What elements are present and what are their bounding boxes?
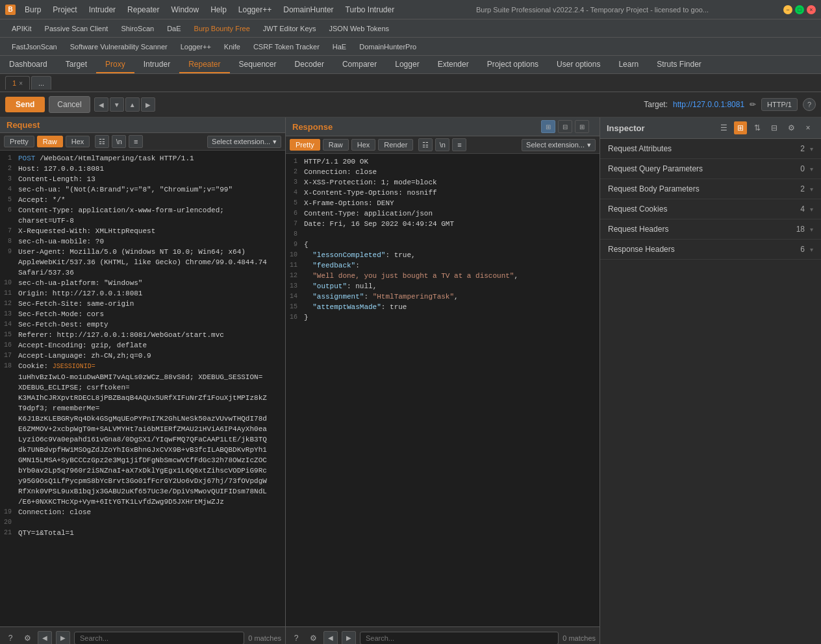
resp-view-split[interactable]: ⊞ [541,120,555,133]
insp-list-icon[interactable]: ☰ [717,121,730,134]
insp-count-cookies: 4 [800,204,805,214]
insp-row-cookies[interactable]: Request Cookies 4 ▾ [600,199,821,219]
nav-proxy[interactable]: Proxy [96,56,134,73]
http-version-badge[interactable]: HTTP/1 [761,98,798,111]
resp-wrap-icon[interactable]: \n [435,138,449,151]
resp-pretty-btn[interactable]: Pretty [290,139,320,151]
nav-project-options[interactable]: Project options [478,56,548,73]
menu-help[interactable]: Help [205,4,232,16]
window-title: Burp Suite Professional v2022.2.4 - Temp… [401,6,783,14]
request-toolbar: Pretty Raw Hex ☷ \n ≡ Select extension..… [0,133,285,151]
close-button[interactable]: × [807,5,816,14]
minimize-button[interactable]: − [783,5,792,14]
nav-logger[interactable]: Logger [386,56,428,73]
insp-row-req-headers[interactable]: Request Headers 18 ▾ [600,219,821,240]
edit-icon[interactable]: ✏ [750,100,756,109]
nav-user-options[interactable]: User options [548,56,609,73]
nav-decoder[interactable]: Decoder [286,56,333,73]
menu-repeater[interactable]: Repeater [122,4,164,16]
ext-loggerpp[interactable]: Logger++ [174,41,218,53]
resp-help-icon[interactable]: ? [290,632,303,645]
resp-settings-icon[interactable]: ⚙ [307,632,320,645]
req-menu-icon[interactable]: ≡ [129,135,143,148]
nav-intruder[interactable]: Intruder [134,56,179,73]
resp-hex-btn[interactable]: Hex [351,139,376,151]
response-code-area[interactable]: 1HTTP/1.1 200 OK 2Connection: close 3X-X… [286,154,600,626]
req-help-icon[interactable]: ? [4,632,17,645]
req-line-1: 1POST /WebGoat/HtmlTampering/task HTTP/1… [0,153,285,164]
menu-burp[interactable]: Burp [19,4,46,16]
nav-learn[interactable]: Learn [609,56,648,73]
resp-select-extension[interactable]: Select extension... ▾ [522,139,596,151]
prev-button[interactable]: ◀ [94,97,108,112]
insp-row-body-params[interactable]: Request Body Parameters 2 ▾ [600,179,821,199]
ext-passivescanclient[interactable]: Passive Scan Client [38,23,115,34]
resp-next-match[interactable]: ▶ [342,631,356,645]
nav-sequencer[interactable]: Sequencer [230,56,286,73]
ext-burpbounty[interactable]: Burp Bounty Free [188,23,257,34]
insp-row-resp-headers[interactable]: Response Headers 6 ▾ [600,240,821,260]
resp-inspector-icon[interactable]: ☷ [418,138,433,151]
insp-settings-icon[interactable]: ⚙ [785,121,798,134]
response-search-input[interactable] [360,632,559,645]
tab-1-close[interactable]: × [19,80,23,87]
req-pretty-btn[interactable]: Pretty [4,136,34,147]
ext-csrftracker[interactable]: CSRF Token Tracker [247,41,326,53]
ext-hae[interactable]: HaE [326,41,353,53]
ext-apikit[interactable]: APIKit [5,23,38,34]
ext-knife[interactable]: Knife [218,41,247,53]
nav-extender[interactable]: Extender [429,56,478,73]
resp-menu-icon[interactable]: ≡ [452,138,466,151]
menu-project[interactable]: Project [47,4,82,16]
resp-view-vert[interactable]: ⊞ [575,120,589,133]
menu-intruder[interactable]: Intruder [84,4,121,16]
next-button[interactable]: ▼ [110,97,124,112]
resp-line-1: 1HTTP/1.1 200 OK [286,156,600,167]
menu-window[interactable]: Window [166,4,204,16]
menu-logger[interactable]: Logger++ [233,4,277,16]
ext-domainhunterpro[interactable]: DomainHunterPro [353,41,423,53]
nav-repeater[interactable]: Repeater [179,56,229,73]
ext-dae[interactable]: DaE [160,23,187,34]
insp-row-query-params[interactable]: Request Query Parameters 0 ▾ [600,159,821,179]
nav-target[interactable]: Target [57,56,96,73]
maximize-button[interactable]: □ [795,5,804,14]
nav-struts[interactable]: Struts Finder [648,56,711,73]
insp-grid-icon[interactable]: ⊞ [734,121,747,134]
resp-prev-match[interactable]: ◀ [323,631,338,645]
help-button[interactable]: ? [803,98,816,111]
req-settings-icon[interactable]: ⚙ [21,632,34,645]
request-code-area[interactable]: 1POST /WebGoat/HtmlTampering/task HTTP/1… [0,151,285,626]
resp-raw-btn[interactable]: Raw [323,139,349,151]
insp-row-request-attributes[interactable]: Request Attributes 2 ▾ [600,139,821,159]
insp-close-icon[interactable]: × [802,121,815,134]
cancel-button[interactable]: Cancel [49,96,90,113]
req-raw-btn[interactable]: Raw [37,136,63,147]
ext-softwarescanner[interactable]: Software Vulnerability Scanner [64,41,174,53]
ext-jwteditor[interactable]: JWT Editor Keys [257,23,323,34]
menu-domainhunter[interactable]: DomainHunter [278,4,338,16]
up-button[interactable]: ▲ [125,97,140,112]
nav-dashboard[interactable]: Dashboard [0,56,57,73]
request-search-input[interactable] [74,632,244,645]
req-wrap-icon[interactable]: \n [112,135,126,148]
menu-turbointruder[interactable]: Turbo Intruder [340,4,400,16]
tab-1[interactable]: 1 × [5,76,30,90]
req-hex-btn[interactable]: Hex [66,136,90,147]
ext-fastjsonscan[interactable]: FastJsonScan [5,41,64,53]
insp-filter-icon[interactable]: ⊟ [768,121,781,134]
req-select-extension[interactable]: Select extension... ▾ [207,136,281,148]
fwd-button[interactable]: ▶ [141,97,155,112]
nav-comparer[interactable]: Comparer [333,56,386,73]
send-button[interactable]: Send [5,97,45,112]
req-line-18j: GMN15LMSA+SyBCCCzGpz2e3Mg1jifDFgNbSmcwVC… [0,455,285,465]
resp-render-btn[interactable]: Render [378,139,413,151]
ext-shiroscan[interactable]: ShiroScan [114,23,160,34]
req-prev-match[interactable]: ◀ [38,631,52,645]
req-next-match[interactable]: ▶ [56,631,70,645]
ext-jsonwebtokens[interactable]: JSON Web Tokens [323,23,396,34]
insp-sort-icon[interactable]: ⇅ [751,121,764,134]
resp-view-horiz[interactable]: ⊟ [558,120,572,133]
req-inspector-icon[interactable]: ☷ [95,135,109,148]
tab-more[interactable]: ... [31,76,51,90]
